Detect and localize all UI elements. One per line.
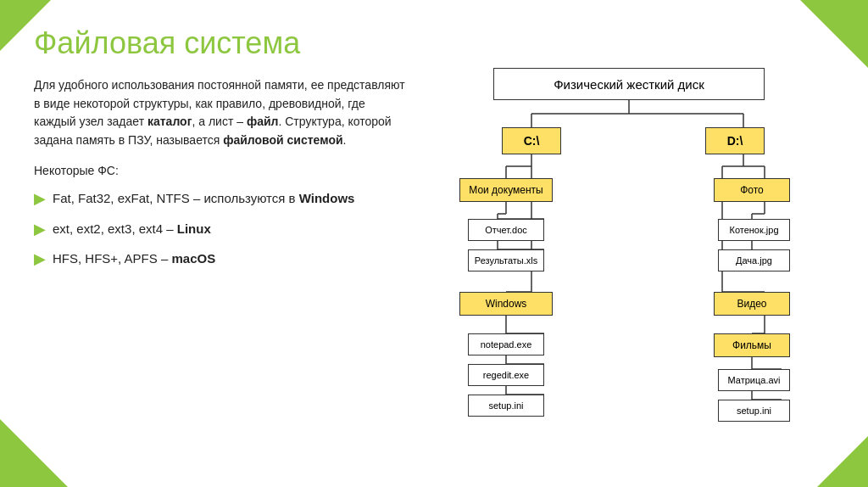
matrica-label: Матрица.avi xyxy=(728,375,781,385)
bullet-dash-2: – xyxy=(163,221,177,236)
rezultaty-box: Результаты.xls xyxy=(468,249,544,271)
bullet-bold-2: Linux xyxy=(177,221,211,236)
intro-text-4: . xyxy=(343,133,347,147)
setup1-box: setup.ini xyxy=(468,395,544,417)
some-fs-label: Некоторые ФС: xyxy=(34,162,407,181)
bullet-dash-1: – используются в xyxy=(190,191,299,205)
video-label: Видео xyxy=(737,298,766,310)
mydocs-label: Мои документы xyxy=(469,184,542,196)
main-content: Файловая система Для удобного использова… xyxy=(34,25,834,462)
list-item: ▶ Fat, Fat32, exFat, NTFS – используются… xyxy=(34,188,407,210)
left-panel: Для удобного использования постоянной па… xyxy=(34,76,407,475)
right-panel: Физический жесткий диск C:\ D:\ Мои доку… xyxy=(432,76,834,475)
filmy-label: Фильмы xyxy=(732,339,771,351)
bullet-text-1: Fat, Fat32, exFat, NTFS – используются в… xyxy=(53,188,354,208)
regedit-label: regedit.exe xyxy=(483,370,529,380)
foto-label: Фото xyxy=(740,184,764,196)
page-title: Файловая система xyxy=(34,25,834,61)
bold-fs: файловой системой xyxy=(223,133,342,147)
otchet-box: Отчет.doc xyxy=(468,219,544,241)
d-drive-label: D:\ xyxy=(727,134,743,148)
bullet-bold-1: Windows xyxy=(299,191,355,205)
intro-paragraph: Для удобного использования постоянной па… xyxy=(34,76,407,150)
kotenok-box: Котенок.jpg xyxy=(718,219,790,241)
body-area: Для удобного использования постоянной па… xyxy=(34,76,834,475)
notepad-label: notepad.exe xyxy=(481,339,532,350)
video-box: Видео xyxy=(714,292,790,316)
otchet-label: Отчет.doc xyxy=(485,225,527,235)
filesystem-diagram: Физический жесткий диск C:\ D:\ Мои доку… xyxy=(451,68,815,475)
intro-text-2: , а лист – xyxy=(192,115,243,128)
list-item: ▶ ext, ext2, ext3, ext4 – Linux xyxy=(34,219,407,240)
dacha-label: Дача.jpg xyxy=(736,255,772,266)
bold-file: файл xyxy=(247,115,279,128)
foto-box: Фото xyxy=(714,178,790,202)
bullet-text-3: HFS, HFS+, APFS – macOS xyxy=(53,249,215,268)
bullet-regular-3: HFS, HFS+, APFS xyxy=(53,251,158,266)
physical-disk-box: Физический жесткий диск xyxy=(493,68,765,100)
c-drive-box: C:\ xyxy=(502,127,561,154)
notepad-box: notepad.exe xyxy=(468,333,544,355)
rezultaty-label: Результаты.xls xyxy=(475,255,537,266)
bullet-dash-3: – xyxy=(158,251,172,266)
kotenok-label: Котенок.jpg xyxy=(729,225,778,235)
bold-katalog: каталог xyxy=(147,115,192,128)
matrica-box: Матрица.avi xyxy=(718,369,790,391)
bullet-bold-3: macOS xyxy=(171,251,215,266)
windows-box: Windows xyxy=(459,292,553,316)
bullet-arrow-3: ▶ xyxy=(34,249,46,270)
bullet-regular-2: ext, ext2, ext3, ext4 xyxy=(53,221,163,236)
bullet-arrow-1: ▶ xyxy=(34,188,46,210)
setup1-label: setup.ini xyxy=(489,400,524,411)
bullet-text-2: ext, ext2, ext3, ext4 – Linux xyxy=(53,219,211,238)
regedit-box: regedit.exe xyxy=(468,364,544,386)
mydocs-box: Мои документы xyxy=(459,178,553,202)
filmy-box: Фильмы xyxy=(714,333,790,357)
bullet-arrow-2: ▶ xyxy=(34,219,46,240)
setup2-label: setup.ini xyxy=(737,406,771,416)
d-drive-box: D:\ xyxy=(705,127,765,154)
c-drive-label: C:\ xyxy=(524,134,540,148)
windows-label: Windows xyxy=(486,298,527,310)
bullet-list: ▶ Fat, Fat32, exFat, NTFS – используются… xyxy=(34,188,407,270)
dacha-box: Дача.jpg xyxy=(718,249,790,271)
bullet-regular-1: Fat, Fat32, exFat, NTFS xyxy=(53,191,190,205)
setup2-box: setup.ini xyxy=(718,400,790,422)
physical-disk-label: Физический жесткий диск xyxy=(554,77,704,92)
list-item: ▶ HFS, HFS+, APFS – macOS xyxy=(34,249,407,270)
